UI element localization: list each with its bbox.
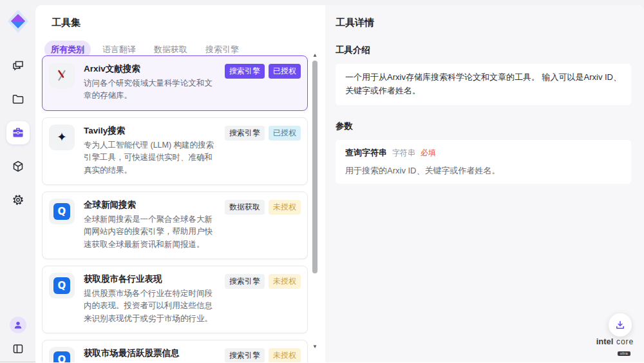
tool-name: 获取股市各行业表现 xyxy=(84,273,220,285)
tool-name: 获取市场最活跃股票信息 xyxy=(84,348,220,359)
panel-toggle-icon xyxy=(12,343,24,355)
sidebar xyxy=(0,0,35,362)
sidebar-nav xyxy=(6,54,30,211)
global-news-icon: Q xyxy=(49,273,75,299)
chat-icon xyxy=(12,59,24,72)
tool-card-1[interactable]: Arxiv文献搜索 访问各个研究领域大量科学论文和文章的存储库。 搜索引擎 已授… xyxy=(42,55,308,111)
param-card: 查询字符串 字符串 必填 用于搜索的Arxiv ID、关键字或作者姓名。 xyxy=(336,140,631,184)
category-badge: 搜索引擎 xyxy=(225,126,265,141)
tool-name: Tavily搜索 xyxy=(84,125,220,137)
user-avatar[interactable] xyxy=(10,317,26,333)
param-desc: 用于搜索的Arxiv ID、关键字或作者姓名。 xyxy=(345,165,621,177)
page-title: 工具集 xyxy=(52,17,325,29)
status-badge: 已授权 xyxy=(269,126,301,141)
tool-badges: 搜索引擎 未授权 xyxy=(225,274,301,289)
scroll-down-arrow-icon[interactable]: ▼ xyxy=(312,344,318,349)
intro-heading: 工具介绍 xyxy=(336,44,631,56)
tool-name: 全球新闻搜索 xyxy=(84,199,220,211)
params-heading: 参数 xyxy=(336,121,631,132)
category-badge: 数据获取 xyxy=(225,200,265,215)
intro-card: 一个用于从Arxiv存储库搜索科学论文和文章的工具。 输入可以是Arxiv ID… xyxy=(336,64,631,105)
toolset-panel: 工具集 所有类别语言翻译数据获取搜索引擎 Arxiv文献搜索 访问各个研究领域大… xyxy=(35,5,325,362)
status-badge: 未授权 xyxy=(269,200,301,215)
tool-desc: 提供当天交易量最高的股票列表，投资者可以利用这些信息来识别流动性强的股票和潜在的… xyxy=(84,362,220,362)
tool-desc: 访问各个研究领域大量科学论文和文章的存储库。 xyxy=(84,77,220,103)
sidebar-item-tools[interactable] xyxy=(6,121,30,144)
tool-badges: 搜索引擎 已授权 xyxy=(225,126,301,141)
download-icon xyxy=(615,320,625,330)
tool-desc: 专为人工智能代理 (LLM) 构建的搜索引擎工具，可快速提供实时、准确和真实的结… xyxy=(84,139,220,177)
panel-toggle-button[interactable] xyxy=(9,340,27,358)
intel-core-word: core xyxy=(616,337,634,346)
cube-icon xyxy=(12,160,24,173)
tool-desc: 全球新闻搜索是一个聚合全球各大新闻网站内容的搜索引擎，帮助用户快速获取全球最新资… xyxy=(84,213,220,251)
tool-badges: 搜索引擎 已授权 xyxy=(225,64,301,79)
sidebar-item-chat[interactable] xyxy=(6,54,30,77)
param-required-flag: 必填 xyxy=(421,148,436,159)
toolbox-icon xyxy=(12,126,24,139)
tool-name: Arxiv文献搜索 xyxy=(84,63,220,75)
app-window: 工具集 所有类别语言翻译数据获取搜索引擎 Arxiv文献搜索 访问各个研究领域大… xyxy=(0,0,644,362)
folder-icon xyxy=(12,93,24,106)
tool-detail-panel: 工具详情 工具介绍 一个用于从Arxiv存储库搜索科学论文和文章的工具。 输入可… xyxy=(325,5,644,362)
settings-icon xyxy=(12,193,24,206)
tavily-star-icon: ✦ xyxy=(49,124,75,150)
tool-badges: 搜索引擎 未授权 xyxy=(225,348,301,362)
sidebar-bottom xyxy=(0,317,35,358)
tool-desc: 提供股票市场各个行业在特定时间段内的表现。投资者可以利用这些信息来识别表现优于或… xyxy=(84,288,220,325)
param-name: 查询字符串 xyxy=(345,147,387,159)
tool-card-4[interactable]: Q 获取股市各行业表现 提供股票市场各个行业在特定时间段内的表现。投资者可以利用… xyxy=(42,266,308,333)
global-news-icon: Q xyxy=(49,347,75,362)
detail-title: 工具详情 xyxy=(336,17,631,29)
tool-card-2[interactable]: ✦ Tavily搜索 专为人工智能代理 (LLM) 构建的搜索引擎工具，可快速提… xyxy=(42,117,308,185)
status-badge: 未授权 xyxy=(269,348,301,362)
scrollbar-thumb[interactable] xyxy=(312,61,317,273)
global-news-icon: Q xyxy=(49,199,75,224)
status-badge: 未授权 xyxy=(269,274,301,289)
intro-text: 一个用于从Arxiv存储库搜索科学论文和文章的工具。 输入可以是Arxiv ID… xyxy=(345,71,621,98)
sidebar-item-files[interactable] xyxy=(6,88,30,111)
tool-card-5[interactable]: Q 获取市场最活跃股票信息 提供当天交易量最高的股票列表，投资者可以利用这些信息… xyxy=(42,340,308,362)
arxiv-icon xyxy=(49,63,75,88)
param-header: 查询字符串 字符串 必填 xyxy=(345,147,621,159)
sidebar-item-settings[interactable] xyxy=(6,188,30,211)
intel-ultra-badge: ultra xyxy=(618,351,630,356)
sidebar-item-plugins[interactable] xyxy=(6,155,30,178)
scroll-up-arrow-icon[interactable]: ▲ xyxy=(312,53,318,58)
category-badge: 搜索引擎 xyxy=(225,274,265,289)
content-area: 工具集 所有类别语言翻译数据获取搜索引擎 Arxiv文献搜索 访问各个研究领域大… xyxy=(35,5,644,362)
app-logo-icon xyxy=(6,8,30,35)
tool-badges: 数据获取 未授权 xyxy=(225,200,301,215)
param-type: 字符串 xyxy=(392,148,415,159)
download-button[interactable] xyxy=(609,313,632,337)
tool-list: Arxiv文献搜索 访问各个研究领域大量科学论文和文章的存储库。 搜索引擎 已授… xyxy=(42,55,308,362)
category-badge: 搜索引擎 xyxy=(225,64,265,79)
intel-core-logo: intel core ultra xyxy=(594,336,636,357)
tool-card-3[interactable]: Q 全球新闻搜索 全球新闻搜索是一个聚合全球各大新闻网站内容的搜索引擎，帮助用户… xyxy=(42,191,308,259)
intel-word: intel xyxy=(596,337,614,346)
status-badge: 已授权 xyxy=(269,64,301,79)
category-badge: 搜索引擎 xyxy=(225,348,265,362)
user-avatar-icon xyxy=(14,320,23,329)
scrollbar: ▲ ▼ xyxy=(312,53,318,349)
